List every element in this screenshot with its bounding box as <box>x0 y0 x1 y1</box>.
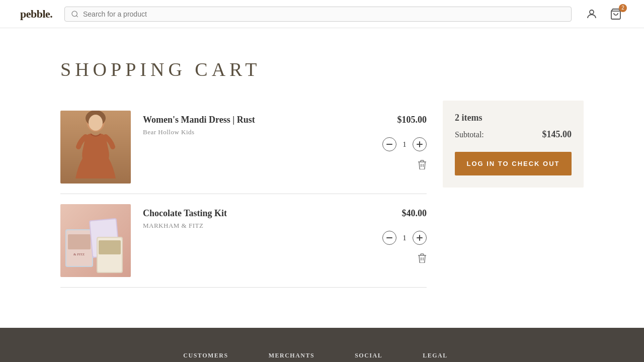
cart-item-1: Women's Mandi Dress | Rust Bear Hollow K… <box>60 101 427 194</box>
subtotal-value: $145.00 <box>542 129 572 140</box>
plus-icon-2 <box>417 235 423 241</box>
svg-rect-24 <box>417 237 423 238</box>
svg-point-0 <box>72 11 77 16</box>
svg-rect-21 <box>99 240 121 254</box>
item-right-1: $105.00 1 <box>366 111 427 169</box>
cart-summary: 2 items Subtotal: $145.00 LOG IN TO CHEC… <box>443 101 584 188</box>
footer-col-social: SOCIAL Instagram Facebook LinkedIn YouTu… <box>355 352 382 362</box>
dress-illustration <box>60 111 131 184</box>
search-icon <box>71 10 79 18</box>
item-name-1: Women's Mandi Dress | Rust <box>143 115 366 125</box>
svg-rect-16 <box>68 234 91 249</box>
qty-control-2: 1 <box>366 231 427 245</box>
footer-grid: CUSTOMERS Log in Sign up Blog MERCHANTS … <box>40 352 604 362</box>
footer-col-customers: CUSTOMERS Log in Sign up Blog <box>183 352 228 362</box>
account-icon <box>586 8 598 20</box>
delete-item-1[interactable] <box>366 159 427 169</box>
delete-item-2[interactable] <box>366 253 427 263</box>
item-details-1: Women's Mandi Dress | Rust Bear Hollow K… <box>143 111 366 136</box>
footer-col-legal: LEGAL Privacy policy Terms of use Credit… <box>423 352 460 362</box>
plus-icon-1 <box>417 141 423 147</box>
footer-heading-social: SOCIAL <box>355 352 382 359</box>
item-price-2: $40.00 <box>366 208 427 219</box>
svg-text:& FITZ: & FITZ <box>73 252 85 256</box>
svg-rect-22 <box>386 237 392 238</box>
search-input[interactable] <box>83 10 565 18</box>
item-price-1: $105.00 <box>366 115 427 125</box>
subtotal-label: Subtotal: <box>455 130 484 139</box>
svg-point-2 <box>590 10 594 14</box>
svg-line-1 <box>76 16 78 17</box>
trash-icon-2 <box>418 253 427 263</box>
cart-item-2: MARKHAM & FITZ Chocolate Tasting Kit <box>60 194 427 288</box>
footer-heading-legal: LEGAL <box>423 352 460 359</box>
minus-icon-1 <box>386 144 392 145</box>
header-icons: 2 <box>584 6 624 22</box>
item-image-dress <box>60 111 131 184</box>
footer-heading-customers: CUSTOMERS <box>183 352 228 359</box>
qty-increase-2[interactable] <box>413 231 427 245</box>
svg-rect-7 <box>386 144 392 145</box>
minus-icon-2 <box>386 237 392 238</box>
summary-box: 2 items Subtotal: $145.00 LOG IN TO CHEC… <box>443 101 584 188</box>
checkout-button[interactable]: LOG IN TO CHECK OUT <box>455 152 572 175</box>
item-details-2: Chocolate Tasting Kit MARKHAM & FITZ <box>143 204 366 230</box>
cart-layout: Women's Mandi Dress | Rust Bear Hollow K… <box>60 101 584 288</box>
footer-heading-merchants: MERCHANTS <box>269 352 315 359</box>
cart-items: Women's Mandi Dress | Rust Bear Hollow K… <box>60 101 427 288</box>
qty-increase-1[interactable] <box>413 137 427 151</box>
item-brand-2: MARKHAM & FITZ <box>143 222 366 230</box>
svg-point-6 <box>89 115 103 131</box>
item-name-2: Chocolate Tasting Kit <box>143 208 366 219</box>
summary-subtotal: Subtotal: $145.00 <box>455 129 572 140</box>
qty-control-1: 1 <box>366 137 427 151</box>
main-content: SHOPPING CART <box>20 28 624 328</box>
summary-item-count: 2 items <box>455 113 572 123</box>
svg-rect-9 <box>417 144 423 145</box>
qty-decrease-2[interactable] <box>382 231 396 245</box>
search-bar[interactable] <box>64 7 572 22</box>
logo[interactable]: pebble. <box>20 8 52 21</box>
account-button[interactable] <box>584 6 600 22</box>
header: pebble. 2 <box>0 0 644 28</box>
item-brand-1: Bear Hollow Kids <box>143 128 366 136</box>
trash-icon-1 <box>418 159 427 169</box>
item-right-2: $40.00 1 <box>366 204 427 263</box>
qty-value-1: 1 <box>396 140 413 149</box>
cart-badge: 2 <box>619 4 627 12</box>
item-image-choc: MARKHAM & FITZ <box>60 204 131 277</box>
qty-decrease-1[interactable] <box>382 137 396 151</box>
qty-value-2: 1 <box>396 234 413 242</box>
footer-col-merchants: MERCHANTS Sell on Pebble Support <box>269 352 315 362</box>
footer: CUSTOMERS Log in Sign up Blog MERCHANTS … <box>0 328 644 362</box>
cart-button[interactable]: 2 <box>608 6 624 22</box>
page-title: SHOPPING CART <box>60 58 584 80</box>
choc-illustration: MARKHAM & FITZ <box>60 204 131 277</box>
